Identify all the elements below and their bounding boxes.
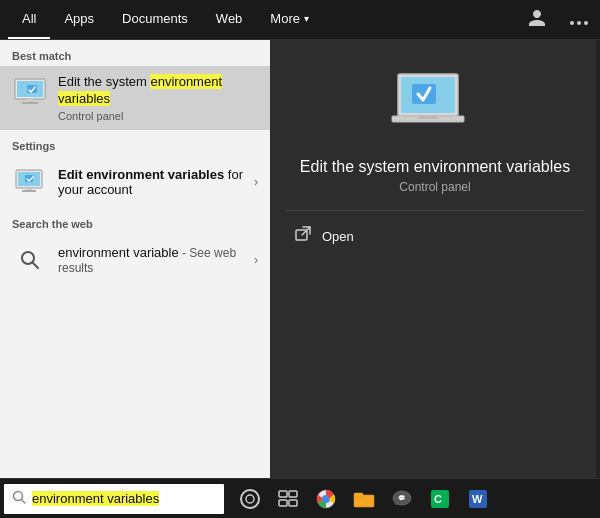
green-app-button[interactable]: C xyxy=(422,481,458,517)
web-section-title: Search the web xyxy=(0,208,270,234)
web-item-text: environment variable - See web results xyxy=(58,245,244,275)
best-match-section-title: Best match xyxy=(0,40,270,66)
divider xyxy=(286,210,584,211)
task-view-button[interactable] xyxy=(270,481,306,517)
chrome-icon xyxy=(315,488,337,510)
svg-point-0 xyxy=(570,21,574,25)
web-search-item[interactable]: environment variable - See web results › xyxy=(0,234,270,286)
detail-laptop-icon xyxy=(390,70,480,142)
open-icon xyxy=(294,225,312,247)
tab-web-label: Web xyxy=(216,11,243,26)
settings-monitor-icon xyxy=(15,169,45,195)
word-icon: W xyxy=(467,488,489,510)
settings-section-title: Settings xyxy=(0,130,270,156)
svg-rect-6 xyxy=(22,102,38,104)
tab-web[interactable]: Web xyxy=(202,0,257,39)
more-options-button[interactable] xyxy=(566,7,592,33)
chevron-down-icon: ▾ xyxy=(304,13,309,24)
person-icon-button[interactable] xyxy=(524,5,550,35)
svg-text:C: C xyxy=(434,493,442,505)
mail-button[interactable]: 💬 xyxy=(384,481,420,517)
svg-rect-19 xyxy=(418,116,438,119)
word-button[interactable]: W xyxy=(460,481,496,517)
cortana-icon xyxy=(240,489,260,509)
svg-rect-25 xyxy=(279,491,287,497)
chat-icon: 💬 xyxy=(391,489,413,509)
web-search-icon xyxy=(12,242,48,278)
tab-documents[interactable]: Documents xyxy=(108,0,202,39)
external-link-icon xyxy=(294,225,312,243)
right-edge-divider xyxy=(596,40,600,478)
open-label: Open xyxy=(322,229,354,244)
person-icon xyxy=(528,9,546,27)
file-explorer-icon xyxy=(353,490,375,508)
svg-rect-10 xyxy=(26,188,32,190)
best-match-item[interactable]: Edit the system environment variables Co… xyxy=(0,66,270,130)
best-match-item-text: Edit the system environment variables Co… xyxy=(58,74,258,122)
ellipsis-icon xyxy=(570,21,588,25)
settings-item[interactable]: Edit environment variables for your acco… xyxy=(0,156,270,208)
taskbar-search-icon xyxy=(12,490,26,507)
nav-right-icons xyxy=(524,5,592,35)
svg-point-1 xyxy=(577,21,581,25)
tab-documents-label: Documents xyxy=(122,11,188,26)
svg-line-21 xyxy=(302,227,310,235)
arrow-right-icon: › xyxy=(254,175,258,189)
taskbar: environment variables xyxy=(0,478,600,518)
svg-rect-27 xyxy=(279,500,287,506)
svg-rect-28 xyxy=(289,500,297,506)
search-icon-small xyxy=(12,490,26,504)
green-app-icon: C xyxy=(429,488,451,510)
tab-all[interactable]: All xyxy=(8,0,50,39)
svg-point-24 xyxy=(246,495,254,503)
svg-rect-5 xyxy=(26,99,34,102)
settings-item-text: Edit environment variables for your acco… xyxy=(58,167,244,197)
task-view-icon xyxy=(278,490,298,508)
svg-text:💬: 💬 xyxy=(398,494,406,502)
svg-line-14 xyxy=(33,263,38,268)
top-nav-bar: All Apps Documents Web More ▾ xyxy=(0,0,600,40)
best-match-item-icon xyxy=(12,74,48,110)
chrome-button[interactable] xyxy=(308,481,344,517)
svg-rect-33 xyxy=(354,493,363,497)
svg-line-23 xyxy=(22,500,26,504)
tab-all-label: All xyxy=(22,11,36,26)
detail-title: Edit the system environment variables xyxy=(300,158,570,176)
search-icon xyxy=(20,250,40,270)
monitor-icon xyxy=(13,77,47,107)
web-arrow-right-icon: › xyxy=(254,253,258,267)
tab-apps-label: Apps xyxy=(64,11,94,26)
cortana-button[interactable] xyxy=(232,481,268,517)
file-explorer-button[interactable] xyxy=(346,481,382,517)
open-action-item[interactable]: Open xyxy=(286,219,584,253)
svg-text:W: W xyxy=(472,493,483,505)
detail-subtitle: Control panel xyxy=(399,180,470,194)
taskbar-search-box[interactable]: environment variables xyxy=(4,484,224,514)
tab-more[interactable]: More ▾ xyxy=(256,0,323,39)
right-panel: Edit the system environment variables Co… xyxy=(270,40,600,478)
best-match-title: Edit the system environment variables xyxy=(58,74,258,108)
settings-item-icon xyxy=(12,164,48,200)
svg-rect-11 xyxy=(22,190,36,192)
tab-more-label: More xyxy=(270,11,300,26)
left-panel: Best match Edit the system environment v… xyxy=(0,40,270,478)
svg-point-31 xyxy=(323,496,329,502)
detail-icon-area xyxy=(390,70,480,146)
svg-rect-26 xyxy=(289,491,297,497)
tab-apps[interactable]: Apps xyxy=(50,0,108,39)
svg-point-2 xyxy=(584,21,588,25)
taskbar-icons: 💬 C W xyxy=(232,481,496,517)
svg-point-13 xyxy=(22,252,34,264)
search-input-value[interactable]: environment variables xyxy=(32,491,216,506)
main-content: Best match Edit the system environment v… xyxy=(0,40,600,478)
best-match-subtitle: Control panel xyxy=(58,110,258,122)
